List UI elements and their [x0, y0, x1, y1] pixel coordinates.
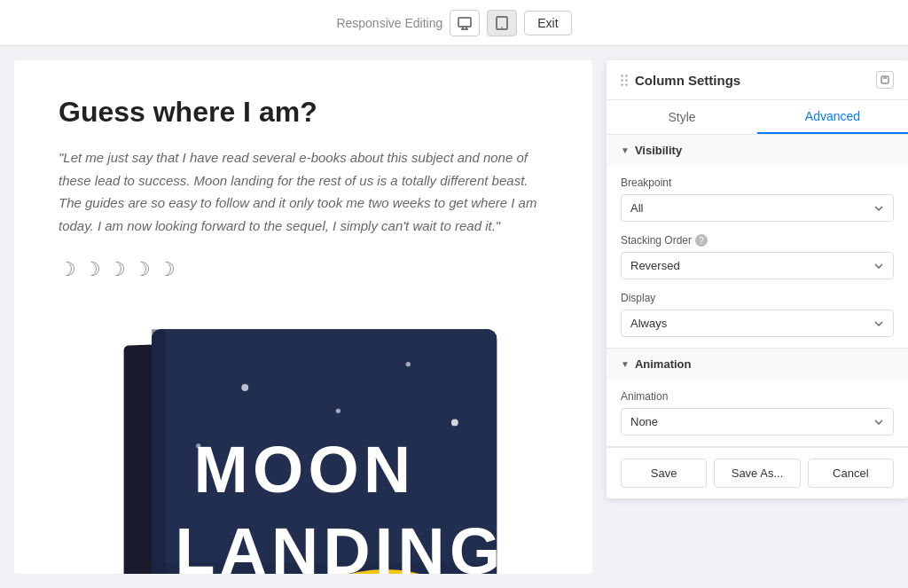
animation-chevron: ▼	[621, 359, 630, 369]
save-as-button[interactable]: Save As...	[714, 459, 800, 488]
section-visibility-label: Visibility	[635, 144, 682, 157]
settings-footer: Save Save As... Cancel	[607, 447, 908, 498]
section-animation-label: Animation	[635, 357, 692, 371]
svg-text:LANDING: LANDING	[175, 514, 505, 574]
animation-select[interactable]: None Fade Slide Bounce	[621, 408, 894, 435]
tab-advanced[interactable]: Advanced	[757, 100, 908, 134]
display-group: Display Always Never Desktop Only Mobile…	[621, 292, 894, 337]
breakpoint-group: Breakpoint All Desktop Tablet Mobile	[621, 176, 894, 222]
stacking-order-select[interactable]: Reversed Normal	[621, 252, 894, 279]
tablet-icon	[495, 16, 509, 30]
display-select[interactable]: Always Never Desktop Only Mobile Only	[621, 310, 894, 337]
svg-point-11	[406, 362, 411, 366]
section-visibility-body: Breakpoint All Desktop Tablet Mobile Sta…	[607, 166, 908, 348]
stacking-order-label: Stacking Order ?	[621, 234, 894, 247]
settings-header: Column Settings	[607, 60, 908, 100]
minimize-button[interactable]	[876, 71, 894, 89]
svg-text:MOON: MOON	[193, 433, 415, 506]
desktop-icon	[458, 16, 472, 30]
svg-point-12	[451, 419, 458, 426]
section-visibility-header[interactable]: ▼ Visibility	[607, 135, 908, 166]
stacking-order-help-icon[interactable]: ?	[695, 234, 708, 247]
top-bar: Responsive Editing Exit	[0, 0, 908, 46]
stars-row: ☽ ☽ ☽ ☽ ☽	[59, 258, 548, 281]
quote-text: "Let me just say that I have read severa…	[59, 146, 548, 237]
star-4: ☽	[133, 258, 151, 281]
page-heading: Guess where I am?	[59, 96, 548, 129]
save-button[interactable]: Save	[621, 459, 707, 488]
tablet-view-button[interactable]	[487, 10, 517, 36]
animation-label: Animation	[621, 390, 894, 403]
book-image-container: MOON LANDING FOR THE REST OF US MARK LAR…	[59, 306, 548, 574]
visibility-chevron: ▼	[621, 145, 630, 155]
svg-rect-27	[152, 329, 166, 574]
animation-group: Animation None Fade Slide Bounce	[621, 390, 894, 435]
section-visibility: ▼ Visibility Breakpoint All Desktop Tabl…	[607, 135, 908, 349]
content-panel: Guess where I am? "Let me just say that …	[14, 60, 592, 574]
svg-rect-0	[458, 18, 471, 27]
section-animation: ▼ Animation Animation None Fade Slide Bo…	[607, 349, 908, 447]
main-area: Guess where I am? "Let me just say that …	[0, 46, 908, 588]
svg-rect-28	[881, 76, 888, 83]
responsive-editing-label: Responsive Editing	[336, 16, 442, 30]
book-illustration: MOON LANDING FOR THE REST OF US MARK LAR…	[59, 306, 548, 574]
star-5: ☽	[158, 258, 176, 281]
star-2: ☽	[83, 258, 101, 281]
svg-point-10	[241, 384, 248, 391]
exit-button[interactable]: Exit	[524, 11, 571, 35]
star-1: ☽	[59, 258, 76, 281]
tab-style[interactable]: Style	[607, 100, 757, 134]
display-label: Display	[621, 292, 894, 304]
breakpoint-label: Breakpoint	[621, 176, 894, 189]
stacking-order-group: Stacking Order ? Reversed Normal	[621, 234, 894, 279]
svg-point-5	[501, 27, 503, 28]
cancel-button[interactable]: Cancel	[808, 459, 894, 488]
minimize-icon	[881, 75, 889, 84]
breakpoint-select[interactable]: All Desktop Tablet Mobile	[621, 194, 894, 222]
section-animation-header[interactable]: ▼ Animation	[607, 349, 908, 380]
settings-panel: Column Settings Style Advanced ▼ Visibil…	[607, 60, 908, 498]
settings-panel-title: Column Settings	[635, 73, 740, 88]
desktop-view-button[interactable]	[450, 10, 480, 36]
star-3: ☽	[108, 258, 126, 281]
drag-handle[interactable]	[621, 74, 628, 86]
svg-point-14	[336, 409, 340, 413]
settings-tabs: Style Advanced	[607, 100, 908, 135]
settings-body: ▼ Visibility Breakpoint All Desktop Tabl…	[607, 135, 908, 447]
section-animation-body: Animation None Fade Slide Bounce	[607, 380, 908, 446]
settings-header-left: Column Settings	[621, 73, 740, 88]
